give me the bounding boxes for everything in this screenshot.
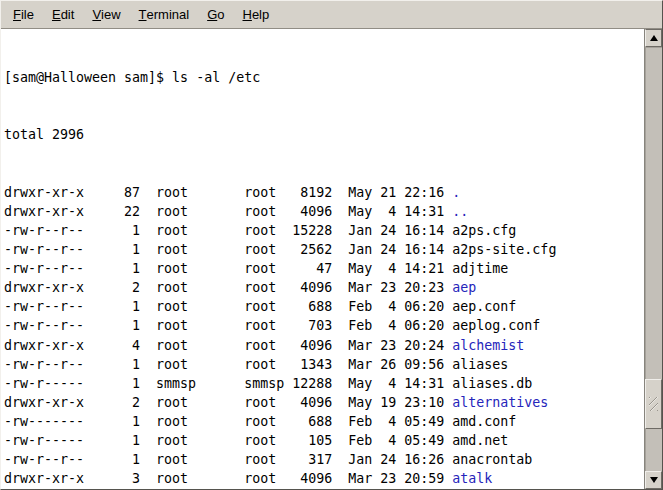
file-metadata: -rw-r--r-- 1 root root 703 Feb 4 06:20 xyxy=(4,318,452,333)
listing-row: drwxr-xr-x 2 root root 4096 Mar 23 20:23… xyxy=(4,278,644,297)
menu-bar: FileEditViewTerminalGoHelp xyxy=(1,1,662,29)
file-name: atalk xyxy=(452,471,492,486)
menu-item-view[interactable]: View xyxy=(83,1,129,28)
listing-row: -rw-r--r-- 1 root root 688 Feb 4 06:20 a… xyxy=(4,297,644,316)
file-metadata: -rw-r----- 1 smmsp smmsp 12288 May 4 14:… xyxy=(4,376,452,391)
terminal-window: FileEditViewTerminalGoHelp [sam@Hallowee… xyxy=(0,0,663,490)
file-metadata: -rw-r----- 1 root root 105 Feb 4 05:49 xyxy=(4,433,452,448)
prompt-line: [sam@Halloween sam]$ ls -al /etc xyxy=(4,68,644,87)
file-metadata: -rw-r--r-- 1 root root 1343 Mar 26 09:56 xyxy=(4,357,452,372)
listing-row: -rw------- 1 root root 1 Jan 24 16:45 at… xyxy=(4,488,644,489)
listing-row: -rw------- 1 root root 688 Feb 4 05:49 a… xyxy=(4,412,644,431)
listing-row: -rw-r--r-- 1 root root 703 Feb 4 06:20 a… xyxy=(4,316,644,335)
file-name: aeplog.conf xyxy=(452,318,540,333)
listing-row: drwxr-xr-x 4 root root 4096 Mar 23 20:24… xyxy=(4,336,644,355)
listing-row: drwxr-xr-x 22 root root 4096 May 4 14:31… xyxy=(4,202,644,221)
file-name: aep xyxy=(452,280,476,295)
file-name: aep.conf xyxy=(452,299,516,314)
file-metadata: -rw-r--r-- 1 root root 15228 Jan 24 16:1… xyxy=(4,223,452,238)
listing-row: -rw-r--r-- 1 root root 15228 Jan 24 16:1… xyxy=(4,221,644,240)
file-metadata: -rw------- 1 root root 688 Feb 4 05:49 xyxy=(4,414,452,429)
menu-item-go[interactable]: Go xyxy=(198,1,233,28)
file-metadata: drwxr-xr-x 87 root root 8192 May 21 22:1… xyxy=(4,185,452,200)
scrollbar[interactable] xyxy=(644,29,662,489)
file-name: amd.net xyxy=(452,433,508,448)
listing-row: -rw-r--r-- 1 root root 2562 Jan 24 16:14… xyxy=(4,240,644,259)
menu-item-edit[interactable]: Edit xyxy=(43,1,83,28)
file-listing: drwxr-xr-x 87 root root 8192 May 21 22:1… xyxy=(4,183,644,489)
file-metadata: -rw-r--r-- 1 root root 47 May 4 14:21 xyxy=(4,261,452,276)
file-metadata: drwxr-xr-x 2 root root 4096 Mar 23 20:23 xyxy=(4,280,452,295)
scroll-down-button[interactable] xyxy=(645,471,662,489)
file-name: a2ps.cfg xyxy=(452,223,516,238)
terminal-output[interactable]: [sam@Halloween sam]$ ls -al /etc total 2… xyxy=(1,29,644,489)
listing-row: drwxr-xr-x 87 root root 8192 May 21 22:1… xyxy=(4,183,644,202)
listing-row: drwxr-xr-x 3 root root 4096 Mar 23 20:59… xyxy=(4,469,644,488)
file-name: anacrontab xyxy=(452,452,532,467)
listing-row: drwxr-xr-x 2 root root 4096 May 19 23:10… xyxy=(4,393,644,412)
file-metadata: drwxr-xr-x 22 root root 4096 May 4 14:31 xyxy=(4,204,452,219)
file-name: aliases.db xyxy=(452,376,532,391)
menu-item-help[interactable]: Help xyxy=(234,1,279,28)
scrollbar-thumb[interactable] xyxy=(645,379,662,429)
listing-row: -rw-r----- 1 root root 105 Feb 4 05:49 a… xyxy=(4,431,644,450)
file-name: a2ps-site.cfg xyxy=(452,242,556,257)
listing-row: -rw-r--r-- 1 root root 1343 Mar 26 09:56… xyxy=(4,355,644,374)
listing-row: -rw-r----- 1 smmsp smmsp 12288 May 4 14:… xyxy=(4,374,644,393)
listing-row: -rw-r--r-- 1 root root 47 May 4 14:21 ad… xyxy=(4,259,644,278)
file-metadata: -rw-r--r-- 1 root root 2562 Jan 24 16:14 xyxy=(4,242,452,257)
file-name: amd.conf xyxy=(452,414,516,429)
file-name: . xyxy=(452,185,460,200)
file-metadata: -rw-r--r-- 1 root root 317 Jan 24 16:26 xyxy=(4,452,452,467)
file-name: alternatives xyxy=(452,395,548,410)
window-content: [sam@Halloween sam]$ ls -al /etc total 2… xyxy=(1,29,662,489)
file-name: .. xyxy=(452,204,468,219)
scroll-up-button[interactable] xyxy=(645,29,662,47)
file-metadata: -rw-r--r-- 1 root root 688 Feb 4 06:20 xyxy=(4,299,452,314)
file-metadata: drwxr-xr-x 2 root root 4096 May 19 23:10 xyxy=(4,395,452,410)
file-name: adjtime xyxy=(452,261,508,276)
total-line: total 2996 xyxy=(4,125,644,144)
file-metadata: drwxr-xr-x 4 root root 4096 Mar 23 20:24 xyxy=(4,338,452,353)
file-name: aliases xyxy=(452,357,508,372)
menu-item-terminal[interactable]: Terminal xyxy=(130,1,199,28)
menu-item-file[interactable]: File xyxy=(4,1,43,28)
file-metadata: drwxr-xr-x 3 root root 4096 Mar 23 20:59 xyxy=(4,471,452,486)
arrow-up-icon xyxy=(650,35,658,41)
arrow-down-icon xyxy=(650,477,658,483)
listing-row: -rw-r--r-- 1 root root 317 Jan 24 16:26 … xyxy=(4,450,644,469)
file-name: alchemist xyxy=(452,338,524,353)
scrollbar-trough[interactable] xyxy=(645,47,662,471)
